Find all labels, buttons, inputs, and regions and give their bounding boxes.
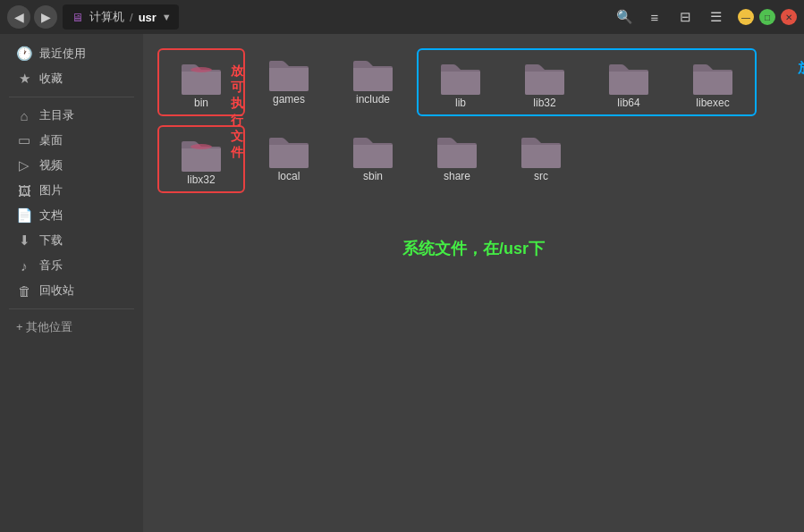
folder-lib64-name: lib64 bbox=[617, 97, 639, 109]
minimize-button[interactable]: — bbox=[738, 9, 754, 25]
sidebar-item-video[interactable]: ▷ 视频 bbox=[4, 153, 140, 178]
folder-lib[interactable]: lib bbox=[420, 52, 501, 113]
folder-bin-name: bin bbox=[194, 97, 208, 109]
location-dropdown-icon[interactable]: ▼ bbox=[162, 12, 172, 22]
trash-icon: 🗑 bbox=[16, 283, 32, 299]
folder-libx32-icon bbox=[178, 134, 224, 173]
location-computer: 计算机 bbox=[89, 9, 124, 25]
sidebar-label-music: 音乐 bbox=[39, 258, 63, 274]
folder-src[interactable]: src bbox=[501, 125, 581, 186]
nav-buttons: ◀ ▶ bbox=[7, 5, 57, 29]
folder-games-icon bbox=[266, 54, 312, 93]
sidebar-section-places: ⌂ 主目录 ▭ 桌面 ▷ 视频 🖼 图片 📄 文档 ⬇ 下载 bbox=[0, 103, 143, 303]
folder-bin[interactable]: bin bbox=[161, 52, 241, 113]
close-button[interactable]: ✕ bbox=[781, 9, 797, 25]
bookmarks-icon: ★ bbox=[16, 71, 32, 87]
folder-sbin-icon bbox=[350, 131, 396, 170]
recent-icon: 🕐 bbox=[16, 46, 32, 62]
folder-include-icon bbox=[350, 54, 396, 93]
folder-libexec[interactable]: libexec bbox=[673, 52, 753, 113]
svg-point-0 bbox=[190, 67, 212, 72]
sidebar-label-downloads: 下载 bbox=[39, 232, 63, 249]
folder-libexec-name: libexec bbox=[696, 97, 729, 109]
svg-point-1 bbox=[190, 144, 212, 149]
sidebar-item-trash[interactable]: 🗑 回收站 bbox=[4, 278, 140, 303]
sidebar-item-music[interactable]: ♪ 音乐 bbox=[4, 253, 140, 278]
documents-icon: 📄 bbox=[16, 207, 32, 224]
sidebar-label-bookmarks: 收藏 bbox=[39, 71, 63, 87]
home-icon: ⌂ bbox=[16, 108, 32, 123]
sidebar-label-pictures: 图片 bbox=[39, 182, 63, 198]
view-toggle-button[interactable]: ⊟ bbox=[673, 5, 697, 29]
sidebar-item-desktop[interactable]: ▭ 桌面 bbox=[4, 128, 140, 153]
music-icon: ♪ bbox=[16, 258, 32, 274]
folder-games-name: games bbox=[273, 93, 305, 106]
folder-share-name: share bbox=[444, 170, 470, 182]
sidebar-divider1 bbox=[9, 97, 134, 97]
lib-highlight-box: 放库 lib lib32 bbox=[417, 48, 757, 116]
sidebar-other-places[interactable]: + 其他位置 bbox=[4, 315, 140, 340]
view-list-button[interactable]: ≡ bbox=[643, 5, 666, 29]
sidebar-label-recent: 最近使用 bbox=[39, 46, 86, 62]
forward-button[interactable]: ▶ bbox=[34, 5, 57, 29]
maximize-button[interactable]: □ bbox=[759, 9, 775, 25]
sidebar-label-video: 视频 bbox=[39, 157, 63, 173]
content-area: 放可执行文件 bin bbox=[143, 34, 804, 532]
sidebar-item-pictures[interactable]: 🖼 图片 bbox=[4, 178, 140, 203]
sidebar-label-trash: 回收站 bbox=[39, 283, 74, 299]
sidebar-label-desktop: 桌面 bbox=[39, 132, 63, 148]
folder-lib64-icon bbox=[605, 57, 652, 97]
location-sep1: / bbox=[130, 11, 133, 24]
back-button[interactable]: ◀ bbox=[7, 5, 30, 29]
sidebar: 🕐 最近使用 ★ 收藏 ⌂ 主目录 ▭ 桌面 ▷ 视频 🖼 bbox=[0, 34, 143, 532]
system-files-message: 系统文件，在/usr下 bbox=[402, 238, 545, 259]
folder-sbin[interactable]: sbin bbox=[333, 125, 413, 186]
downloads-icon: ⬇ bbox=[16, 232, 32, 249]
folder-local[interactable]: local bbox=[249, 125, 329, 186]
folder-lib64[interactable]: lib64 bbox=[588, 52, 669, 113]
folder-src-icon bbox=[518, 131, 564, 170]
folder-lib32-icon bbox=[521, 57, 568, 97]
sidebar-item-home[interactable]: ⌂ 主目录 bbox=[4, 103, 140, 128]
folder-include[interactable]: include bbox=[333, 48, 413, 109]
sidebar-item-documents[interactable]: 📄 文档 bbox=[4, 203, 140, 228]
folder-libx32-name: libx32 bbox=[187, 173, 215, 186]
folder-bin-icon bbox=[178, 57, 224, 97]
pictures-icon: 🖼 bbox=[16, 183, 32, 198]
folder-include-name: include bbox=[356, 93, 390, 106]
sidebar-other-places-label: + 其他位置 bbox=[16, 319, 72, 335]
sidebar-label-documents: 文档 bbox=[39, 207, 63, 224]
folder-lib-name: lib bbox=[455, 97, 466, 109]
sidebar-label-home: 主目录 bbox=[39, 107, 74, 123]
sidebar-item-bookmarks[interactable]: ★ 收藏 bbox=[4, 66, 140, 91]
sidebar-item-recent[interactable]: 🕐 最近使用 bbox=[4, 41, 140, 66]
desktop-icon: ▭ bbox=[16, 132, 32, 148]
video-icon: ▷ bbox=[16, 157, 32, 173]
folder-src-name: src bbox=[534, 170, 548, 182]
folder-share[interactable]: share bbox=[417, 125, 497, 186]
folder-games[interactable]: games bbox=[249, 48, 329, 109]
search-button[interactable]: 🔍 bbox=[613, 5, 636, 29]
folder-libexec-icon bbox=[690, 57, 736, 97]
toolbar-actions: 🔍 ≡ ⊟ ☰ bbox=[613, 5, 727, 29]
folder-lib32-name: lib32 bbox=[533, 97, 555, 109]
location-usr: usr bbox=[139, 11, 157, 24]
annotation-libs: 放库 bbox=[798, 60, 804, 75]
main-area: 🕐 最近使用 ★ 收藏 ⌂ 主目录 ▭ 桌面 ▷ 视频 🖼 bbox=[0, 34, 804, 532]
location-bar[interactable]: 🖥 计算机 / usr ▼ bbox=[63, 4, 179, 30]
menu-button[interactable]: ☰ bbox=[704, 5, 727, 29]
folder-libx32[interactable]: libx32 bbox=[161, 129, 241, 190]
folder-local-icon bbox=[266, 131, 312, 170]
titlebar: ◀ ▶ 🖥 计算机 / usr ▼ 🔍 ≡ ⊟ ☰ — □ ✕ bbox=[0, 0, 804, 34]
folder-share-icon bbox=[434, 131, 480, 170]
folder-lib32[interactable]: lib32 bbox=[504, 52, 585, 113]
folder-local-name: local bbox=[278, 170, 300, 182]
folder-sbin-name: sbin bbox=[363, 170, 383, 182]
computer-icon: 🖥 bbox=[70, 10, 84, 24]
center-message-area: 系统文件，在/usr下 bbox=[157, 238, 790, 259]
folder-lib-icon bbox=[437, 57, 484, 97]
annotation-executable: 放可执行文件 bbox=[231, 63, 243, 160]
sidebar-item-downloads[interactable]: ⬇ 下载 bbox=[4, 228, 140, 253]
sidebar-divider2 bbox=[9, 308, 134, 309]
sidebar-section-nav: 🕐 最近使用 ★ 收藏 bbox=[0, 41, 143, 91]
